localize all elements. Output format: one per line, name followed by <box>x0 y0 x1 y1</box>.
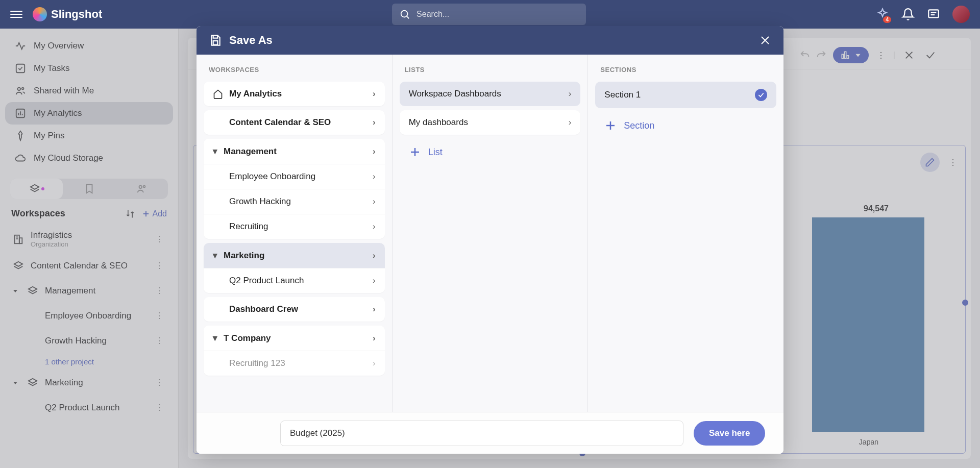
chevron-right-icon: › <box>373 196 376 207</box>
column-workspaces-title: WORKSPACES <box>204 64 385 82</box>
chevron-right-icon: › <box>373 117 376 128</box>
save-here-button[interactable]: Save here <box>694 421 765 446</box>
bell-icon[interactable] <box>901 8 915 21</box>
search-input[interactable] <box>392 4 586 25</box>
app-logo[interactable]: Slingshot <box>33 7 102 21</box>
ws-growth-hacking[interactable]: Growth Hacking› <box>204 189 385 214</box>
ws-marketing[interactable]: ▾Marketing› <box>204 243 385 268</box>
logo-icon <box>33 7 47 21</box>
chevron-right-icon: › <box>569 89 572 99</box>
add-list-action[interactable]: List <box>400 139 581 165</box>
chevron-right-icon: › <box>373 221 376 232</box>
chevron-right-icon: › <box>569 117 572 128</box>
column-sections-title: SECTIONS <box>595 64 776 82</box>
search-icon <box>399 9 410 20</box>
ws-recruiting-123[interactable]: Recruiting 123› <box>204 351 385 376</box>
notification-badge: 4 <box>883 16 891 23</box>
save-as-modal: Save As WORKSPACES My Analytics› Content… <box>197 26 783 454</box>
ws-t-company[interactable]: ▾T Company› <box>204 326 385 351</box>
ws-employee-onboarding[interactable]: Employee Onboarding› <box>204 164 385 189</box>
avatar[interactable] <box>952 6 970 23</box>
save-icon <box>209 34 222 47</box>
add-section-action[interactable]: Section <box>595 112 776 139</box>
chevron-right-icon: › <box>373 333 376 343</box>
modal-title: Save As <box>229 34 273 47</box>
chevron-right-icon: › <box>373 146 376 157</box>
caret-down-icon: ▾ <box>213 333 217 343</box>
svg-rect-33 <box>213 41 218 45</box>
ws-dashboard-crew[interactable]: Dashboard Crew› <box>204 297 385 322</box>
main-menu-icon[interactable] <box>10 11 22 18</box>
chevron-right-icon: › <box>373 304 376 314</box>
chevron-right-icon: › <box>373 251 376 261</box>
ws-content-calendar-seo[interactable]: Content Calendar & SEO› <box>204 110 385 135</box>
modal-overlay: Save As WORKSPACES My Analytics› Content… <box>0 29 980 468</box>
ws-management[interactable]: ▾Management› <box>204 139 385 164</box>
caret-down-icon: ▾ <box>213 250 217 261</box>
close-icon[interactable] <box>759 34 771 46</box>
home-icon <box>213 89 223 99</box>
svg-rect-32 <box>213 35 218 38</box>
list-workspace-dashboards[interactable]: Workspace Dashboards› <box>400 82 581 106</box>
check-icon <box>755 89 767 101</box>
chevron-right-icon: › <box>373 358 376 368</box>
svg-point-0 <box>401 11 408 17</box>
ws-recruiting[interactable]: Recruiting› <box>204 214 385 239</box>
column-lists-title: LISTS <box>400 64 581 82</box>
caret-down-icon: ▾ <box>213 146 217 157</box>
section-1[interactable]: Section 1 <box>595 82 776 108</box>
plus-icon <box>409 146 421 158</box>
app-name: Slingshot <box>51 8 102 21</box>
plus-icon <box>604 119 617 132</box>
list-my-dashboards[interactable]: My dashboards› <box>400 110 581 135</box>
svg-rect-2 <box>928 10 939 17</box>
svg-line-1 <box>407 16 409 18</box>
chevron-right-icon: › <box>373 89 376 99</box>
filename-input[interactable] <box>280 421 683 446</box>
magic-icon[interactable]: 4 <box>876 8 889 21</box>
chevron-right-icon: › <box>373 171 376 182</box>
chat-icon[interactable] <box>927 8 940 21</box>
ws-q2-product-launch[interactable]: Q2 Product Launch› <box>204 268 385 293</box>
ws-my-analytics[interactable]: My Analytics› <box>204 82 385 106</box>
chevron-right-icon: › <box>373 276 376 286</box>
